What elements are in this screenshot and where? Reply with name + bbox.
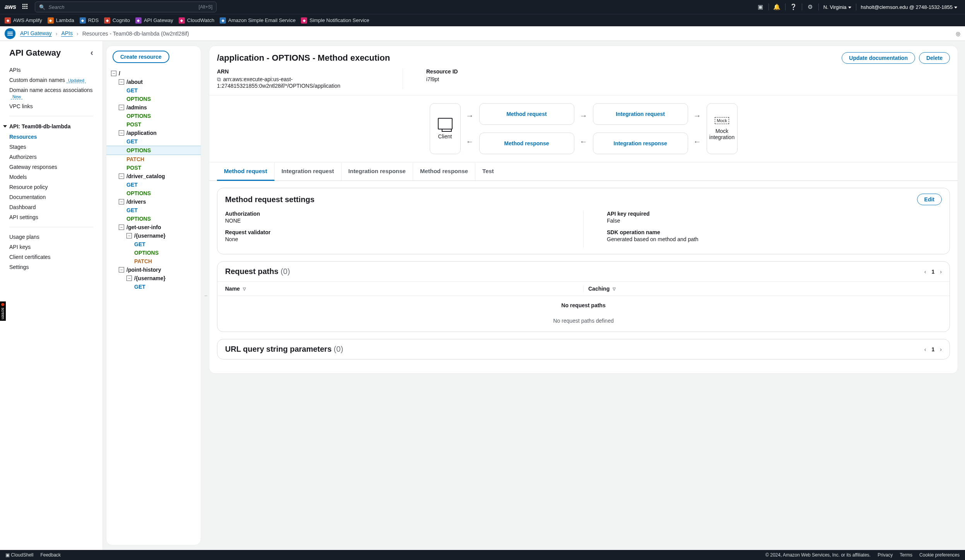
tree-row[interactable]: −/admins: [106, 103, 201, 112]
region-selector[interactable]: N. Virginia: [820, 4, 854, 10]
aws-logo[interactable]: aws: [5, 3, 16, 10]
tab[interactable]: Integration request: [275, 162, 342, 180]
tree-toggle-icon[interactable]: −: [119, 225, 124, 230]
tree-row[interactable]: OPTIONS: [106, 249, 201, 257]
prev-page-icon[interactable]: ‹: [924, 269, 926, 275]
tree-toggle-icon[interactable]: −: [119, 79, 124, 85]
hamburger-icon[interactable]: [5, 28, 15, 39]
notifications-icon[interactable]: 🔔: [770, 3, 784, 10]
tree-toggle-icon[interactable]: −: [126, 233, 132, 238]
sidebar-item[interactable]: Resources: [9, 132, 93, 142]
help-icon[interactable]: ❔: [787, 3, 800, 10]
service-shortcut[interactable]: ◆Amazon Simple Email Service: [220, 17, 295, 24]
tree-row[interactable]: OPTIONS: [106, 112, 201, 120]
sidebar-item[interactable]: Domain name access associationsNew: [9, 85, 93, 101]
delete-button[interactable]: Delete: [919, 52, 950, 64]
prev-page-icon[interactable]: ‹: [924, 346, 926, 352]
column-resize-handle[interactable]: ⁞: [204, 41, 207, 550]
integration-request-box[interactable]: Integration request: [593, 103, 688, 125]
sidebar-item[interactable]: Resource policy: [9, 182, 93, 192]
breadcrumb-link[interactable]: APIs: [61, 30, 73, 37]
tree-toggle-icon[interactable]: −: [119, 130, 124, 136]
update-documentation-button[interactable]: Update documentation: [842, 52, 915, 64]
tree-row[interactable]: GET: [106, 240, 201, 249]
method-response-box[interactable]: Method response: [479, 133, 574, 154]
sidebar-item[interactable]: Models: [9, 172, 93, 182]
tree-row[interactable]: PATCH: [106, 257, 201, 266]
tree-row[interactable]: GET: [106, 283, 201, 291]
service-shortcut[interactable]: ◆API Gateway: [135, 17, 173, 24]
edit-button[interactable]: Edit: [917, 194, 942, 205]
integration-response-box[interactable]: Integration response: [593, 133, 688, 154]
sidebar-item[interactable]: Documentation: [9, 192, 93, 202]
settings-icon[interactable]: ⚙: [804, 3, 817, 10]
help-panel-icon[interactable]: ◎: [956, 31, 960, 37]
collapse-sidebar-icon[interactable]: ‹: [91, 48, 93, 58]
tree-row[interactable]: −/about: [106, 78, 201, 86]
tab[interactable]: Integration response: [342, 162, 413, 180]
api-section-header[interactable]: API: Team08-db-lambda: [3, 121, 93, 132]
tree-row[interactable]: GET: [106, 206, 201, 214]
service-shortcut[interactable]: ◆AWS Amplify: [5, 17, 42, 24]
breadcrumb-link[interactable]: API Gateway: [20, 30, 52, 37]
tree-row[interactable]: −/drivers: [106, 197, 201, 206]
next-page-icon[interactable]: ›: [940, 346, 942, 352]
service-shortcut[interactable]: ◆RDS: [80, 17, 99, 24]
service-shortcut[interactable]: ◆CloudWatch: [179, 17, 214, 24]
tab[interactable]: Method response: [413, 162, 475, 180]
tree-row[interactable]: OPTIONS: [106, 214, 201, 223]
tree-row[interactable]: OPTIONS: [106, 189, 201, 197]
create-resource-button[interactable]: Create resource: [113, 51, 169, 63]
tree-toggle-icon[interactable]: −: [119, 174, 124, 179]
tree-toggle-icon[interactable]: −: [119, 199, 124, 204]
tree-row[interactable]: PATCH: [106, 155, 201, 163]
column-header[interactable]: Name ▽: [225, 286, 579, 292]
tree-row[interactable]: −/{username}: [106, 274, 201, 283]
column-header[interactable]: Caching ▽: [588, 286, 942, 292]
tree-row[interactable]: −/get-user-info: [106, 223, 201, 231]
tree-row[interactable]: −/{username}: [106, 231, 201, 240]
cloudshell-icon[interactable]: ▣: [754, 3, 767, 10]
tab[interactable]: Method request: [217, 162, 275, 181]
sidebar-item[interactable]: Settings: [9, 262, 93, 272]
tree-row[interactable]: −/: [106, 69, 201, 78]
service-shortcut[interactable]: ◆Cognito: [104, 17, 130, 24]
services-grid-icon[interactable]: [22, 4, 29, 10]
sidebar-item[interactable]: Gateway responses: [9, 162, 93, 172]
method-request-box[interactable]: Method request: [479, 103, 574, 125]
tree-row[interactable]: OPTIONS: [106, 146, 201, 155]
tree-toggle-icon[interactable]: −: [111, 71, 116, 76]
tree-row[interactable]: −/point-history: [106, 266, 201, 274]
tree-row[interactable]: OPTIONS: [106, 95, 201, 103]
tree-row[interactable]: POST: [106, 120, 201, 129]
next-page-icon[interactable]: ›: [940, 269, 942, 275]
sidebar-item[interactable]: Dashboard: [9, 202, 93, 212]
sidebar-item[interactable]: Authorizers: [9, 152, 93, 162]
tree-toggle-icon[interactable]: −: [126, 276, 132, 281]
tree-row[interactable]: −/driver_catalog: [106, 172, 201, 180]
tree-row[interactable]: −/application: [106, 129, 201, 137]
copy-icon[interactable]: ⧉: [217, 76, 221, 83]
global-search[interactable]: 🔍 Search [Alt+S]: [35, 2, 217, 12]
sidebar-item[interactable]: Usage plans: [9, 232, 93, 242]
sidebar-item[interactable]: Stages: [9, 142, 93, 152]
tree-row[interactable]: GET: [106, 137, 201, 146]
sidebar-item[interactable]: APIs: [9, 65, 93, 75]
resource-tree-column: Create resource −/−/aboutGETOPTIONS−/adm…: [103, 41, 204, 550]
tab[interactable]: Test: [475, 162, 501, 180]
service-shortcut[interactable]: ◆Simple Notification Service: [301, 17, 369, 24]
tree-toggle-icon[interactable]: −: [119, 267, 124, 272]
sidebar-item[interactable]: Client certificates: [9, 252, 93, 262]
tree-row[interactable]: GET: [106, 86, 201, 95]
sidebar-item[interactable]: API settings: [9, 212, 93, 222]
tree-row[interactable]: GET: [106, 180, 201, 189]
nav-sidebar: API Gateway ‹ APIsCustom domain namesUpd…: [0, 41, 103, 550]
sidebar-item[interactable]: API keys: [9, 242, 93, 252]
sidebar-item[interactable]: Custom domain namesUpdated: [9, 75, 93, 85]
tree-toggle-icon[interactable]: −: [119, 105, 124, 110]
service-shortcut[interactable]: ◆Lambda: [48, 17, 74, 24]
sidebar-item[interactable]: VPC links: [9, 101, 93, 111]
account-menu[interactable]: hsholt@clemson.edu @ 2748-1532-1855: [858, 4, 960, 10]
tree-row[interactable]: POST: [106, 163, 201, 172]
caret-down-icon: [3, 125, 7, 128]
